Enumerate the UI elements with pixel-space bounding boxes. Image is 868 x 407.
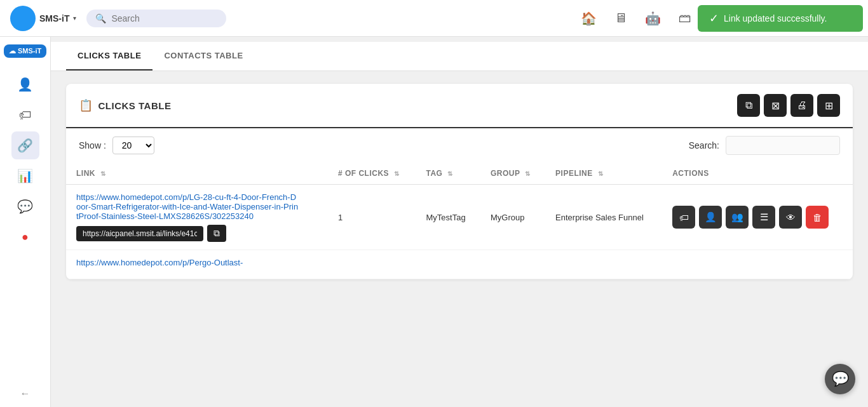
col-header-link[interactable]: LINK ⇅: [66, 163, 328, 185]
sidebar-logo[interactable]: ☁ SMS-iT: [4, 44, 46, 58]
table-row: https://www.homedepot.com/p/Pergo-Outlas…: [66, 250, 853, 279]
group-action-button-1[interactable]: 👥: [726, 206, 749, 229]
columns-toggle-button[interactable]: ⊞: [817, 94, 840, 117]
show-label-text: Show :: [79, 140, 106, 150]
tray-icon[interactable]: 🗃: [679, 11, 691, 25]
table-card: 📋 CLICKS TABLE ⧉ ⊠ 🖨 ⊞ Show :: [66, 84, 853, 279]
cell-tag-1: MyTestTag: [416, 185, 481, 250]
tag-icon: 🏷: [19, 108, 32, 123]
table-header-actions: ⧉ ⊠ 🖨 ⊞: [737, 94, 840, 117]
cell-pipeline-1: Enterprise Sales Funnel: [545, 185, 662, 250]
messages-icon: 💬: [17, 199, 33, 214]
tab-contacts-table[interactable]: CONTACTS TABLE: [153, 42, 254, 70]
table-search-input[interactable]: [726, 136, 840, 155]
contact-action-button-1[interactable]: 👤: [699, 206, 722, 229]
search-input[interactable]: [111, 13, 217, 23]
short-link-row-1: ⧉: [76, 225, 299, 242]
cloud-icon: ☁: [9, 47, 16, 55]
sidebar-item-messages[interactable]: 💬: [11, 192, 39, 220]
table-card-header: 📋 CLICKS TABLE ⧉ ⊠ 🖨 ⊞: [66, 84, 853, 128]
row-action-buttons-1: 🏷 👤 👥 ☰ 👁 🗑: [672, 206, 843, 229]
search-icon: 🔍: [95, 13, 106, 23]
cell-clicks-2: [328, 250, 416, 279]
print-table-button[interactable]: 🖨: [790, 94, 813, 117]
sidebar-item-app[interactable]: ●: [11, 223, 39, 251]
nav-search-box[interactable]: 🔍: [86, 10, 226, 27]
show-rows-control: Show : 20 50 100: [79, 137, 154, 154]
link-sort-icon: ⇅: [100, 170, 106, 177]
table-controls: Show : 20 50 100 Search:: [66, 128, 853, 163]
list-action-button-1[interactable]: ☰: [752, 206, 775, 229]
main-content: CLICKS TABLE CONTACTS TABLE 📋 CLICKS TAB…: [51, 37, 868, 407]
link-icon: 🔗: [17, 138, 33, 153]
sidebar-item-contacts[interactable]: 👤: [11, 70, 39, 98]
delete-action-button-1[interactable]: 🗑: [806, 206, 829, 229]
nav-dropdown-arrow-icon[interactable]: ▾: [73, 15, 76, 22]
monitor-icon[interactable]: 🖥: [614, 11, 627, 25]
search-label: Search:: [689, 140, 719, 150]
sidebar: ☁ SMS-iT 👤 🏷 🔗 📊 💬 ● ←: [0, 37, 51, 407]
cell-pipeline-2: [545, 250, 662, 279]
sidebar-item-tags[interactable]: 🏷: [11, 101, 39, 129]
cell-actions-2: [662, 250, 853, 279]
chat-widget-button[interactable]: 💬: [825, 364, 855, 394]
view-action-button-1[interactable]: 👁: [779, 206, 802, 229]
copy-table-button[interactable]: ⧉: [737, 94, 760, 117]
cell-link-1: https://www.homedepot.com/p/LG-28-cu-ft-…: [66, 185, 328, 250]
tag-action-button-1[interactable]: 🏷: [672, 206, 695, 229]
sidebar-brand-label: SMS-iT: [18, 47, 41, 55]
analytics-icon: 📊: [17, 168, 33, 183]
cell-clicks-1: 1: [328, 185, 416, 250]
cell-link-2: https://www.homedepot.com/p/Pergo-Outlas…: [66, 250, 328, 279]
chat-icon: 💬: [832, 371, 849, 387]
col-header-clicks[interactable]: # OF CLICKS ⇅: [328, 163, 416, 185]
link-url-1: https://www.homedepot.com/p/LG-28-cu-ft-…: [76, 192, 299, 221]
home-icon[interactable]: 🏠: [581, 11, 597, 26]
col-header-group[interactable]: GROUP ⇅: [480, 163, 545, 185]
table-header-row: LINK ⇅ # OF CLICKS ⇅ TAG ⇅: [66, 163, 853, 185]
success-toast: ✓ Link updated successfully.: [698, 5, 863, 32]
robot-icon[interactable]: 🤖: [645, 11, 661, 26]
col-header-actions: ACTIONS: [662, 163, 853, 185]
table-card-title: 📋 CLICKS TABLE: [79, 98, 171, 112]
sidebar-logo-area: ☁ SMS-iT: [4, 44, 46, 58]
toast-message: Link updated successfully.: [724, 13, 827, 23]
clicks-data-table: LINK ⇅ # OF CLICKS ⇅ TAG ⇅: [66, 163, 853, 279]
link-url-2: https://www.homedepot.com/p/Pergo-Outlas…: [76, 258, 299, 267]
show-rows-select[interactable]: 20 50 100: [112, 137, 154, 154]
table-row: https://www.homedepot.com/p/LG-28-cu-ft-…: [66, 185, 853, 250]
copy-short-link-button-1[interactable]: ⧉: [207, 225, 226, 242]
table-search-control: Search:: [689, 136, 840, 155]
toast-check-icon: ✓: [709, 11, 719, 25]
cell-tag-2: [416, 250, 481, 279]
sidebar-item-analytics[interactable]: 📊: [11, 162, 39, 190]
tag-sort-icon: ⇅: [447, 170, 453, 177]
col-header-tag[interactable]: TAG ⇅: [416, 163, 481, 185]
pipeline-sort-icon: ⇅: [598, 170, 604, 177]
content-area: 📋 CLICKS TABLE ⧉ ⊠ 🖨 ⊞ Show :: [51, 71, 868, 292]
tab-clicks-table[interactable]: CLICKS TABLE: [66, 42, 153, 70]
sidebar-item-links[interactable]: 🔗: [11, 131, 39, 159]
table-title-icon: 📋: [79, 98, 93, 112]
contacts-icon: 👤: [17, 77, 33, 92]
tabs-bar: CLICKS TABLE CONTACTS TABLE: [51, 42, 868, 71]
col-header-pipeline[interactable]: PIPELINE ⇅: [545, 163, 662, 185]
group-sort-icon: ⇅: [525, 170, 531, 177]
nav-logo-area[interactable]: SMS-iT ▾: [10, 6, 76, 31]
cell-group-2: [480, 250, 545, 279]
sidebar-collapse-button[interactable]: ←: [20, 388, 31, 399]
excel-export-button[interactable]: ⊠: [764, 94, 787, 117]
short-link-input-1[interactable]: [76, 226, 203, 241]
table-title-label: CLICKS TABLE: [98, 100, 172, 111]
cell-group-1: MyGroup: [480, 185, 545, 250]
cell-actions-1: 🏷 👤 👥 ☰ 👁 🗑: [662, 185, 853, 250]
nav-logo-circle: [10, 6, 36, 31]
top-nav: SMS-iT ▾ 🔍 🏠 🖥 🤖 🗃 STR + 🔔0 🔔0 🔔0 🔔0 ✓ L…: [0, 0, 868, 37]
app-icon: ●: [22, 230, 29, 244]
nav-brand-label: SMS-iT: [39, 13, 69, 23]
clicks-sort-icon: ⇅: [394, 170, 400, 177]
